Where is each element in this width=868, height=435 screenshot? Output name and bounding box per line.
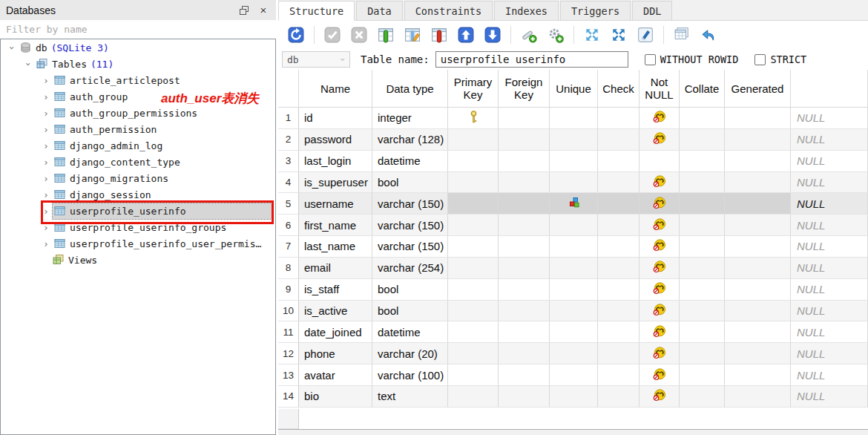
close-panel-icon[interactable]: × [257,4,270,17]
not-null-cell[interactable] [640,236,680,258]
collapse-all-icon[interactable] [609,25,628,45]
default-value-cell[interactable]: NULL [791,215,868,236]
collate-cell[interactable] [680,321,725,343]
default-value-cell[interactable]: NULL [791,258,868,279]
column-name-cell[interactable]: avatar [299,364,372,386]
primary-key-cell[interactable] [448,129,499,151]
tab-triggers[interactable]: Triggers [560,1,631,20]
default-value-cell[interactable]: NULL [791,321,868,343]
not-null-cell[interactable] [640,129,680,151]
check-cell[interactable] [598,151,640,172]
foreign-key-cell[interactable] [499,151,550,172]
data-type-cell[interactable]: text [372,386,448,408]
gear-plus-icon[interactable] [546,25,565,45]
default-value-cell[interactable]: NULL [791,129,868,151]
tree-item-django_content_type[interactable]: ›django_content_type [1,154,275,170]
expand-all-icon[interactable] [582,25,602,45]
not-null-cell[interactable] [640,193,680,215]
unique-cell[interactable] [550,172,598,194]
data-type-cell[interactable]: varchar (254) [372,258,448,279]
data-type-cell[interactable]: datetime [372,151,448,172]
collate-cell[interactable] [680,151,725,172]
not-null-cell[interactable] [640,108,680,129]
column-name-cell[interactable]: last_name [299,236,372,258]
foreign-key-cell[interactable] [499,301,550,322]
check-cell[interactable] [598,301,640,322]
column-header-foreign-key[interactable]: Foreign Key [499,70,550,108]
default-value-cell[interactable]: NULL [791,364,868,386]
generated-cell[interactable] [725,129,791,151]
data-type-cell[interactable]: bool [372,172,448,194]
edit-column-icon[interactable] [403,25,422,45]
unique-cell[interactable] [550,129,598,151]
delete-column-icon[interactable] [430,25,449,45]
tab-indexes[interactable]: Indexes [494,1,559,20]
tree-item-auth_group_permissions[interactable]: ›auth_group_permissions [1,105,275,121]
default-value-cell[interactable]: NULL [791,236,868,258]
foreign-key-cell[interactable] [499,258,550,279]
collate-cell[interactable] [680,279,725,301]
float-panel-icon[interactable] [237,4,251,17]
primary-key-cell[interactable] [448,151,499,172]
column-name-cell[interactable]: bio [299,386,372,408]
primary-key-cell[interactable] [448,279,499,301]
foreign-key-cell[interactable] [499,193,550,215]
data-type-cell[interactable]: datetime [372,321,448,343]
generated-cell[interactable] [725,343,791,364]
pen-plus-icon[interactable] [519,25,539,45]
row-number[interactable]: 7 [278,236,299,258]
collate-cell[interactable] [680,108,725,129]
primary-key-cell[interactable] [448,108,499,129]
column-name-cell[interactable]: date_joined [299,321,372,343]
chevron-icon[interactable]: › [39,124,53,135]
move-down-icon[interactable] [483,25,502,45]
foreign-key-cell[interactable] [499,364,550,386]
not-null-cell[interactable] [640,279,680,301]
row-number[interactable]: 6 [278,215,299,236]
not-null-cell[interactable] [640,301,680,322]
chevron-icon[interactable]: › [39,140,53,151]
check-cell[interactable] [598,108,640,129]
chevron-icon[interactable]: › [39,108,53,119]
check-cell[interactable] [598,279,640,301]
collate-cell[interactable] [680,236,725,258]
column-name-cell[interactable]: id [299,108,372,129]
generated-cell[interactable] [725,236,791,258]
unique-cell[interactable] [550,364,598,386]
tree-item-django_admin_log[interactable]: ›django_admin_log [1,137,275,154]
not-null-cell[interactable] [640,364,680,386]
collate-cell[interactable] [680,364,725,386]
tree-item-userprofile_userinfo_user_permis[interactable]: ›userprofile_userinfo_user_permis… [1,235,275,252]
primary-key-cell[interactable] [448,236,499,258]
collate-cell[interactable] [680,215,725,236]
default-value-cell[interactable]: NULL [791,172,868,194]
foreign-key-cell[interactable] [499,108,550,129]
row-number[interactable]: 11 [278,321,299,343]
copy-table-icon[interactable] [672,25,691,45]
filter-input[interactable] [0,21,276,38]
undo-icon[interactable] [699,25,718,45]
collate-cell[interactable] [680,343,725,364]
default-value-cell[interactable]: NULL [791,301,868,322]
unique-cell[interactable] [550,108,598,129]
column-header-check[interactable]: Check [598,70,640,108]
eraser-icon[interactable] [636,25,655,45]
chevron-icon[interactable]: › [7,41,18,54]
unique-cell[interactable] [550,258,598,279]
default-value-cell[interactable]: NULL [791,386,868,408]
column-name-cell[interactable]: phone [299,343,372,364]
check-cell[interactable] [598,129,640,151]
chevron-icon[interactable]: › [39,157,53,168]
foreign-key-cell[interactable] [499,279,550,301]
not-null-cell[interactable] [640,151,680,172]
collate-cell[interactable] [680,258,725,279]
row-number[interactable]: 14 [278,386,299,408]
row-number[interactable]: 2 [278,129,299,151]
default-value-cell[interactable]: NULL [791,279,868,301]
tree-item-views[interactable]: ›Views [1,252,275,268]
primary-key-cell[interactable] [448,193,499,215]
data-type-cell[interactable]: varchar (20) [372,343,448,364]
foreign-key-cell[interactable] [499,236,550,258]
data-type-cell[interactable]: varchar (150) [372,193,448,215]
unique-cell[interactable] [550,215,598,236]
